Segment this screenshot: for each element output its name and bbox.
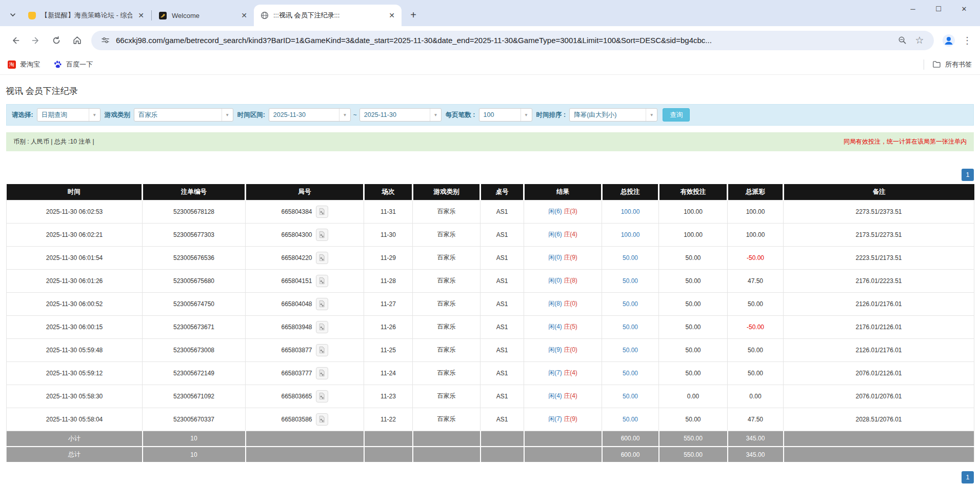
bet-id-cell: 523005673671 [143,315,246,338]
video-replay-button[interactable] [316,206,328,218]
table-row: 2025-11-30 05:58:04523005670337665803586… [7,408,974,431]
new-tab-button[interactable]: + [406,7,421,23]
subtotal-row: 小计 10 600.00 550.00 345.00 [7,431,974,447]
reload-icon[interactable] [48,32,65,49]
bet-id-cell: 523005677303 [143,223,246,246]
window-close-button[interactable]: ✕ [951,0,977,17]
video-replay-button[interactable] [316,298,328,310]
session-cell: 11-28 [364,269,413,292]
query-type-select[interactable]: 日期查询 ▼ [37,108,101,122]
tab-strip: 【新提醒】海燕策略论坛 - 综合 ✕ Welcome ✕ :::视讯 会员下注纪… [0,0,980,26]
browser-toolbar: 66cxkj98.com/game/betrecord_search/kind3… [0,26,980,54]
valid-bet-cell: 50.00 [659,246,728,269]
game-type-cell: 百家乐 [413,408,481,431]
total-bet-link[interactable]: 50.00 [623,254,638,261]
address-bar[interactable]: 66cxkj98.com/game/betrecord_search/kind3… [91,31,934,50]
total-bet-cell: 50.00 [602,269,659,292]
table-row: 2025-11-30 06:00:52523005674750665804048… [7,292,974,315]
video-replay-button[interactable] [316,413,328,426]
total-total-bet: 600.00 [602,447,659,462]
valid-bet-cell: 50.00 [659,269,728,292]
remark-cell: 2176.01/2223.51 [784,269,974,292]
tab-close-icon[interactable]: ✕ [387,11,396,20]
tab-welcome[interactable]: Welcome ✕ [152,5,254,26]
minimize-button[interactable]: ─ [900,0,926,17]
page-1-button[interactable]: 1 [962,169,974,181]
page-1-button[interactable]: 1 [962,471,974,483]
browser-menu-icon[interactable]: ⋮ [959,32,975,49]
date-start-select[interactable]: 2025-11-30 ▼ [269,108,351,122]
bookmark-star-icon[interactable]: ☆ [912,33,927,48]
column-header: 游戏类别 [413,184,481,200]
time-cell: 2025-11-30 06:01:26 [7,269,143,292]
table-no-cell: AS1 [481,269,524,292]
forward-icon[interactable] [27,32,45,49]
total-bet-link[interactable]: 50.00 [623,300,638,308]
search-button[interactable]: 查询 [663,108,690,122]
total-payout: 345.00 [728,447,784,462]
table-row: 2025-11-30 06:02:53523005678128665804384… [7,200,974,223]
date-range-tilde: ~ [353,111,357,118]
summary-notice: 同局有效投注，统一计算在该局第一张注单内 [844,137,967,146]
column-header: 场次 [364,184,413,200]
video-replay-button[interactable] [316,367,328,379]
all-bookmarks-button[interactable]: 所有书签 [932,60,972,69]
filter-bar: 请选择: 日期查询 ▼ 游戏类别 百家乐 ▼ 时间区间: 2025-11-30 … [6,104,974,126]
valid-bet-cell: 0.00 [659,385,728,408]
round-cell: 665804300 [246,223,364,246]
time-cell: 2025-11-30 06:02:21 [7,223,143,246]
total-bet-link[interactable]: 50.00 [623,416,638,423]
game-type-cell: 百家乐 [413,361,481,385]
total-label: 总计 [7,447,143,462]
total-bet-link[interactable]: 50.00 [623,393,638,400]
total-bet-link[interactable]: 50.00 [623,324,638,331]
valid-bet-cell: 50.00 [659,338,728,361]
video-replay-button[interactable] [316,252,328,264]
welcome-favicon-icon [158,11,167,20]
bookmark-baidu[interactable]: 百度一下 [53,60,93,69]
video-replay-button[interactable] [316,390,328,402]
tab-forum[interactable]: 【新提醒】海燕策略论坛 - 综合 ✕ [22,5,151,26]
table-row: 2025-11-30 06:01:26523005675680665804151… [7,269,974,292]
maximize-button[interactable]: ☐ [926,0,951,17]
column-header: 时间 [7,184,143,200]
valid-bet-cell: 100.00 [659,223,728,246]
site-info-icon[interactable] [98,34,112,47]
session-cell: 11-26 [364,315,413,338]
back-icon[interactable] [7,32,24,49]
total-bet-link[interactable]: 50.00 [623,277,638,285]
table-no-cell: AS1 [481,223,524,246]
zoom-icon[interactable] [895,33,909,48]
table-row: 2025-11-30 05:59:12523005672149665803777… [7,361,974,385]
video-replay-button[interactable] [316,275,328,287]
total-bet-link[interactable]: 50.00 [623,370,638,377]
page-content: 视讯 会员下注纪录 请选择: 日期查询 ▼ 游戏类别 百家乐 ▼ 时间区间: 2… [0,85,980,483]
result-cell: 闲(0) 庄(8) [524,269,602,292]
game-type-select[interactable]: 百家乐 ▼ [134,108,233,122]
result-cell: 闲(9) 庄(0) [524,338,602,361]
chevron-down-icon: ▼ [89,109,100,121]
video-replay-button[interactable] [316,344,328,356]
tab-close-icon[interactable]: ✕ [136,11,146,20]
column-header: 局号 [246,184,364,200]
total-bet-cell: 50.00 [602,408,659,431]
profile-avatar-icon[interactable] [940,32,957,49]
video-replay-button[interactable] [316,229,328,241]
table-body: 2025-11-30 06:02:53523005678128665804384… [7,200,974,431]
payout-cell: -50.00 [728,315,784,338]
total-bet-link[interactable]: 50.00 [623,347,638,354]
bookmark-taobao[interactable]: 淘 爱淘宝 [7,60,40,69]
total-bet-link[interactable]: 100.00 [621,208,640,215]
tab-search-chevron-icon[interactable] [4,6,22,24]
video-replay-button[interactable] [316,321,328,333]
tab-close-icon[interactable]: ✕ [239,11,249,20]
table-no-cell: AS1 [481,338,524,361]
total-bet-link[interactable]: 100.00 [621,231,640,238]
tab-bet-record[interactable]: :::视讯 会员下注纪录::: ✕ [254,5,402,26]
per-page-select[interactable]: 100 ▼ [479,108,532,122]
home-icon[interactable] [68,32,86,49]
column-header: 结果 [524,184,602,200]
bet-id-cell: 523005675680 [143,269,246,292]
date-end-select[interactable]: 2025-11-30 ▼ [359,108,442,122]
sort-select[interactable]: 降幂(由大到小) ▼ [569,108,657,122]
